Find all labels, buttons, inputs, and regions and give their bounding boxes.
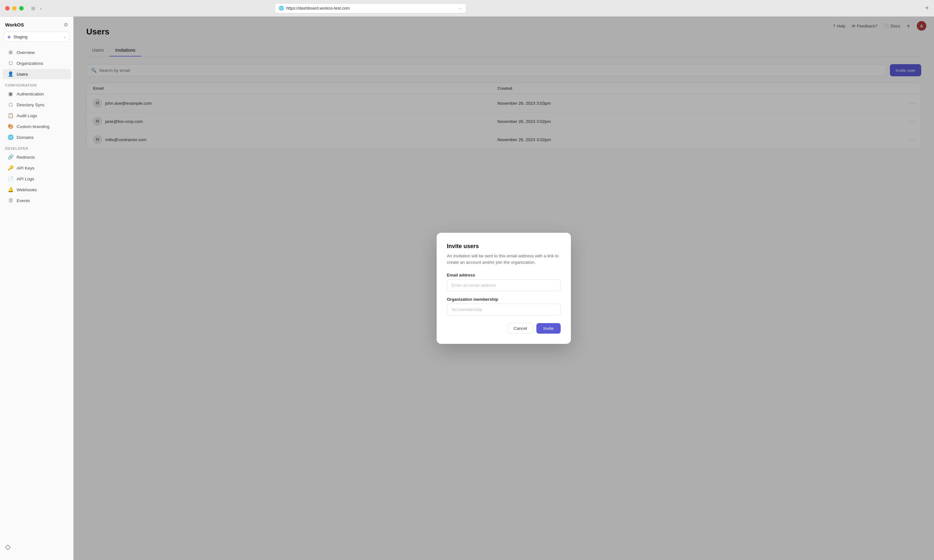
invite-modal: Invite users An invitation will be sent … [437, 233, 571, 344]
sidebar-item-webhooks[interactable]: 🔔 Webhooks [3, 185, 71, 195]
globe-icon: 🌐 [279, 6, 284, 11]
organizations-icon: ⬡ [8, 60, 14, 66]
sidebar-item-label: Organizations [17, 61, 43, 66]
sidebar-item-redirects[interactable]: 🔗 Redirects [3, 152, 71, 162]
audit-logs-icon: 📋 [8, 113, 14, 118]
sidebar-item-authentication[interactable]: ▣ Authentication [3, 89, 71, 99]
sidebar-item-audit-logs[interactable]: 📋 Audit Logs [3, 111, 71, 121]
sidebar-header: WorkOS ⚙ [0, 22, 73, 32]
sidebar-item-label: API Logs [17, 177, 34, 182]
sidebar-item-users[interactable]: 👤 Users [3, 69, 71, 79]
sidebar-item-label: Events [17, 198, 30, 203]
sidebar-item-label: Authentication [17, 92, 44, 97]
maximize-button[interactable] [19, 6, 24, 11]
sidebar-item-overview[interactable]: ⊞ Overview [3, 47, 71, 57]
cancel-button[interactable]: Cancel [508, 323, 533, 334]
sidebar-item-label: Domains [17, 135, 34, 140]
more-icon: ··· [459, 6, 462, 11]
traffic-lights [5, 6, 24, 11]
browser-chrome: ⊟ ‹ 🌐 https://dashboard.workos-test.com … [0, 0, 934, 17]
api-logs-icon: 📄 [8, 176, 14, 182]
org-membership-input[interactable] [447, 304, 560, 315]
config-section-label: CONFIGURATION [0, 80, 73, 88]
email-label: Email address [447, 273, 560, 277]
sidebar-item-label: Custom branding [17, 124, 49, 129]
browser-controls: ⊟ ‹ [30, 5, 43, 12]
org-label: Organization membership [447, 297, 560, 302]
sidebar: WorkOS ⚙ ◈ Staging ⌄ ⊞ Overview ⬡ Organi… [0, 17, 74, 560]
workos-diamond-icon: ◇ [5, 543, 11, 551]
sidebar-item-directory-sync[interactable]: ⬡ Directory Sync [3, 100, 71, 110]
sidebar-item-label: Redirects [17, 155, 35, 160]
developer-section-label: DEVELOPER [0, 143, 73, 152]
users-icon: 👤 [8, 71, 14, 77]
invite-button[interactable]: Invite [536, 323, 560, 334]
directory-sync-icon: ⬡ [8, 102, 14, 108]
domains-icon: 🌐 [8, 134, 14, 140]
close-button[interactable] [5, 6, 9, 11]
env-label: Staging [14, 34, 60, 39]
modal-overlay[interactable]: Invite users An invitation will be sent … [74, 17, 934, 560]
back-button[interactable]: ‹ [39, 5, 43, 12]
app-logo: WorkOS [5, 22, 24, 28]
sidebar-item-label: Webhooks [17, 188, 37, 192]
modal-actions: Cancel Invite [447, 323, 560, 334]
sidebar-item-api-logs[interactable]: 📄 API Logs [3, 174, 71, 184]
sidebar-item-organizations[interactable]: ⬡ Organizations [3, 58, 71, 68]
sidebar-item-label: Overview [17, 50, 34, 55]
overview-icon: ⊞ [8, 49, 14, 55]
sidebar-item-events[interactable]: ☰ Events [3, 195, 71, 206]
minimize-button[interactable] [12, 6, 17, 11]
redirects-icon: 🔗 [8, 154, 14, 160]
main-content: ? Help ✉ Feedback? 📄 Docs ☀ A Users User… [74, 17, 934, 560]
sidebar-item-custom-branding[interactable]: 🎨 Custom branding [3, 122, 71, 132]
sidebar-item-label: API Keys [17, 166, 34, 171]
org-form-group: Organization membership [447, 297, 560, 315]
events-icon: ☰ [8, 198, 14, 203]
sidebar-footer: ◇ [0, 539, 73, 555]
authentication-icon: ▣ [8, 91, 14, 97]
modal-description: An invitation will be sent to this email… [447, 253, 560, 266]
new-tab-button[interactable]: + [925, 5, 929, 12]
sidebar-item-api-keys[interactable]: 🔑 API Keys [3, 163, 71, 173]
url-text: https://dashboard.workos-test.com [286, 6, 350, 11]
env-selector[interactable]: ◈ Staging ⌄ [4, 32, 69, 42]
modal-title: Invite users [447, 243, 560, 250]
webhooks-icon: 🔔 [8, 187, 14, 192]
sidebar-item-label: Users [17, 72, 28, 77]
chevron-down-icon: ⌄ [63, 35, 66, 39]
app: WorkOS ⚙ ◈ Staging ⌄ ⊞ Overview ⬡ Organi… [0, 17, 934, 560]
email-form-group: Email address [447, 273, 560, 291]
sidebar-item-label: Audit Logs [17, 113, 37, 118]
sidebar-item-label: Directory Sync [17, 103, 45, 107]
gear-icon[interactable]: ⚙ [63, 22, 68, 28]
sidebar-toggle[interactable]: ⊟ [30, 5, 36, 12]
address-bar[interactable]: 🌐 https://dashboard.workos-test.com ··· [275, 3, 466, 14]
custom-branding-icon: 🎨 [8, 123, 14, 129]
email-input[interactable] [447, 279, 560, 291]
sidebar-item-domains[interactable]: 🌐 Domains [3, 132, 71, 142]
env-icon: ◈ [7, 34, 11, 39]
api-keys-icon: 🔑 [8, 165, 14, 171]
